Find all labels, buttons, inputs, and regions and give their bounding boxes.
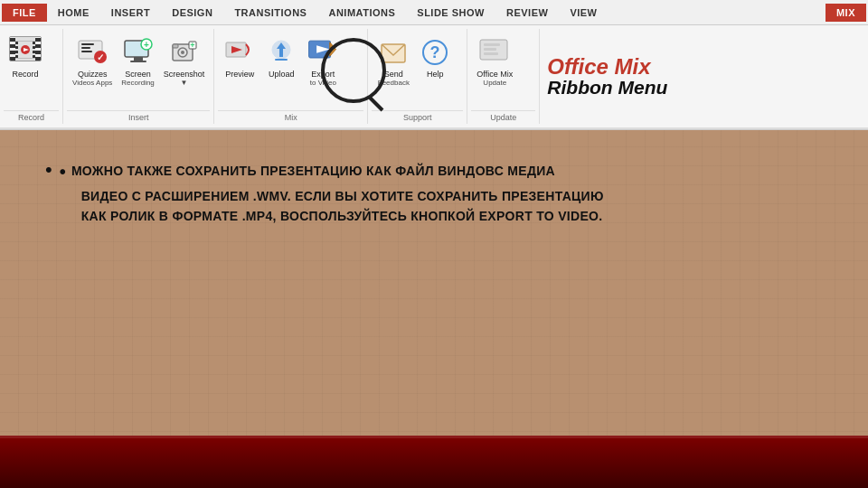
- svg-rect-7: [33, 46, 35, 49]
- screenshot-icon: +: [168, 36, 201, 69]
- ribbon-group-mix: Preview Upload: [214, 29, 368, 124]
- help-icon: ?: [419, 36, 451, 69]
- update-icon: [478, 36, 511, 69]
- screen-recording-button[interactable]: + Screen Recording: [118, 34, 157, 89]
- svg-rect-15: [81, 51, 92, 52]
- send-sublabel: Feedback: [378, 80, 410, 88]
- office-mix-label-area: Office Mix Ribbon Menu: [540, 29, 868, 124]
- tab-design[interactable]: DESIGN: [161, 4, 223, 22]
- upload-button[interactable]: Upload: [261, 34, 301, 81]
- svg-rect-3: [15, 46, 18, 49]
- tab-mix[interactable]: MIX: [826, 4, 866, 22]
- svg-text:✓: ✓: [97, 52, 104, 62]
- ribbon-group-record: Record Record: [0, 29, 63, 124]
- upload-label: Upload: [269, 70, 295, 80]
- support-group-label: Support: [372, 110, 463, 122]
- export-button[interactable]: Export to Video: [303, 34, 343, 89]
- bottom-bar: [0, 438, 868, 488]
- preview-button[interactable]: Preview: [220, 34, 259, 81]
- svg-rect-28: [173, 44, 178, 48]
- svg-rect-20: [130, 61, 146, 62]
- record-button[interactable]: Record: [5, 34, 45, 81]
- svg-rect-43: [484, 43, 500, 46]
- preview-icon: [223, 36, 256, 69]
- ribbon-content: Record Record ✓: [0, 25, 868, 129]
- svg-rect-45: [484, 52, 498, 55]
- tab-review[interactable]: REVIEW: [495, 4, 559, 22]
- svg-rect-4: [15, 51, 18, 53]
- svg-marker-36: [330, 42, 336, 56]
- svg-rect-19: [134, 57, 143, 61]
- export-icon: [307, 36, 339, 69]
- svg-rect-14: [81, 47, 90, 49]
- quizzes-sublabel: Videos Apps: [72, 80, 112, 88]
- record-label: Record: [12, 70, 38, 80]
- bullet-line2: ВИДЕО С РАСШИРЕНИЕМ .WMV. ЕСЛИ ВЫ ХОТИТЕ…: [60, 186, 604, 206]
- screenshot-sublabel: ▼: [181, 80, 188, 88]
- screenshot-button[interactable]: + Screenshot ▼: [160, 34, 209, 89]
- tab-slideshow[interactable]: SLIDE SHOW: [406, 4, 495, 22]
- quizzes-icon: ✓: [76, 36, 108, 69]
- svg-rect-13: [81, 43, 94, 45]
- mix-group-label: Mix: [218, 110, 363, 122]
- office-mix-update-button[interactable]: Office Mix Update: [473, 34, 516, 89]
- svg-rect-44: [484, 48, 496, 51]
- svg-rect-5: [15, 55, 18, 58]
- ribbon-group-update: Office Mix Update Update: [467, 29, 540, 124]
- help-button[interactable]: ? Help: [415, 34, 455, 81]
- quizzes-button[interactable]: ✓ Quizzes Videos Apps: [69, 34, 116, 89]
- svg-rect-9: [33, 55, 35, 58]
- svg-text:+: +: [190, 41, 194, 50]
- record-icon: [9, 36, 42, 69]
- export-sublabel: to Video: [310, 80, 336, 88]
- update-sublabel: Update: [483, 80, 506, 88]
- send-feedback-button[interactable]: Send Feedback: [373, 34, 413, 89]
- bullet-line3: КАК РОЛИК В ФОРМАТЕ .MP4, ВОСПОЛЬЗУЙТЕСЬ…: [60, 206, 604, 226]
- preview-label: Preview: [225, 70, 254, 80]
- svg-point-25: [181, 51, 184, 54]
- tab-transitions[interactable]: TRANSITIONS: [223, 4, 317, 22]
- send-icon: [377, 36, 410, 69]
- record-group-label: Record: [4, 110, 59, 122]
- screen-icon: +: [122, 36, 155, 69]
- svg-rect-6: [33, 42, 35, 44]
- ribbon: FILE HOME INSERT DESIGN TRANSITIONS ANIM…: [0, 0, 868, 130]
- update-group-label: Update: [471, 110, 535, 122]
- tab-view[interactable]: VIEW: [559, 4, 608, 22]
- svg-rect-33: [275, 59, 288, 61]
- insert-group-label: Insert: [67, 110, 210, 122]
- svg-text:+: +: [144, 40, 149, 50]
- tab-file[interactable]: FILE: [2, 4, 47, 22]
- main-content: • МОЖНО ТАКЖЕ СОХРАНИТЬ ПРЕЗЕНТАЦИЮ КАК …: [0, 130, 868, 245]
- office-mix-line2: Ribbon Menu: [547, 78, 667, 97]
- ribbon-group-support: Send Feedback ? Help Support: [368, 29, 467, 124]
- ribbon-group-insert: ✓ Quizzes Videos Apps +: [63, 29, 214, 124]
- bullet-line1: МОЖНО ТАКЖЕ СОХРАНИТЬ ПРЕЗЕНТАЦИЮ КАК ФА…: [60, 157, 604, 186]
- svg-rect-2: [15, 42, 18, 44]
- screen-sublabel: Recording: [121, 80, 154, 88]
- upload-icon: [265, 36, 297, 69]
- tab-animations[interactable]: ANIMATIONS: [317, 4, 406, 22]
- bullet-point: •: [45, 158, 52, 182]
- office-mix-line1: Office Mix: [547, 56, 650, 78]
- separator-line: [0, 436, 868, 438]
- tab-home[interactable]: HOME: [47, 4, 100, 22]
- help-label: Help: [427, 70, 444, 80]
- tab-insert[interactable]: INSERT: [100, 4, 161, 22]
- svg-rect-8: [33, 51, 35, 53]
- svg-text:?: ?: [430, 43, 440, 61]
- tab-bar: FILE HOME INSERT DESIGN TRANSITIONS ANIM…: [0, 0, 868, 25]
